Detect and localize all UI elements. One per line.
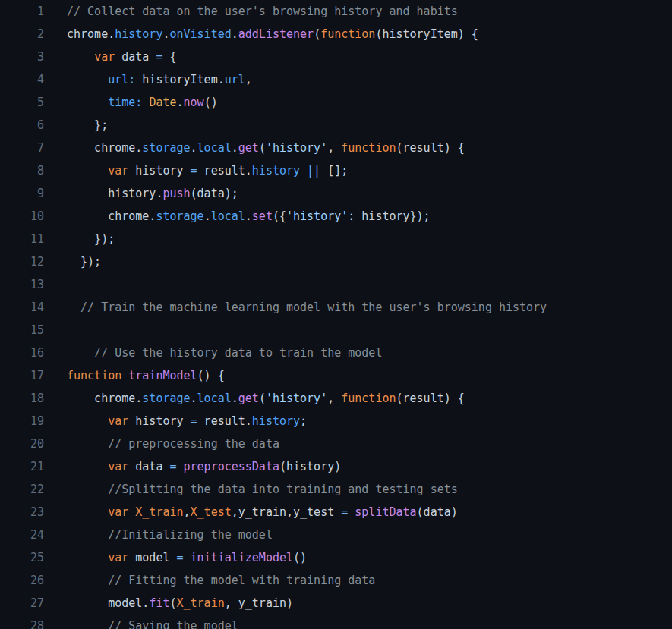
code-text[interactable]: var data = {	[44, 46, 672, 68]
code-text[interactable]: // Train the machine learning model with…	[44, 296, 672, 319]
code-text[interactable]: // Fitting the model with training data	[44, 569, 672, 592]
line-number: 7	[0, 137, 44, 159]
token-plain: (data)	[417, 505, 458, 519]
token-keyword: var	[94, 50, 115, 64]
token-plain	[67, 50, 94, 64]
code-line[interactable]: 21 var data = preprocessData(history)	[0, 455, 672, 478]
code-line[interactable]: 13	[0, 273, 672, 296]
code-line[interactable]: 24 //Initializing the model	[0, 524, 672, 546]
code-line[interactable]: 18 chrome.storage.local.get('history', f…	[0, 387, 672, 410]
code-editor[interactable]: 1// Collect data on the user's browsing …	[0, 0, 672, 629]
token-constant: X_train	[177, 596, 225, 610]
code-line[interactable]: 9 history.push(data);	[0, 182, 672, 205]
code-line[interactable]: 14 // Train the machine learning model w…	[0, 296, 672, 319]
token-plain: ({	[273, 209, 286, 223]
code-text[interactable]	[44, 273, 672, 296]
token-plain: result.	[197, 414, 252, 428]
token-func: fit	[149, 596, 169, 610]
code-text[interactable]: // preprocessing the data	[44, 432, 672, 455]
line-number: 12	[0, 250, 44, 273]
code-line[interactable]: 23 var X_train,X_test,y_train,y_test = s…	[0, 501, 672, 524]
code-line[interactable]: 25 var model = initializeModel()	[0, 546, 672, 569]
token-plain: .	[232, 392, 238, 405]
token-plain	[121, 369, 128, 382]
code-text[interactable]: chrome.storage.local.get('history', func…	[44, 137, 672, 159]
code-text[interactable]: time: Date.now()	[44, 91, 672, 114]
code-line[interactable]: 7 chrome.storage.local.get('history', fu…	[0, 137, 672, 159]
code-text[interactable]: chrome.storage.local.set({'history': his…	[44, 205, 672, 228]
code-line[interactable]: 5 time: Date.now()	[0, 91, 672, 114]
code-text[interactable]: var model = initializeModel()	[44, 546, 672, 569]
token-prop: local	[211, 209, 245, 223]
token-plain	[177, 460, 184, 473]
token-comment: // Collect data on the user's browsing h…	[67, 5, 458, 18]
code-text[interactable]: //Initializing the model	[44, 524, 672, 546]
token-plain: [];	[320, 164, 348, 178]
token-plain	[67, 164, 108, 178]
code-line[interactable]: 19 var history = result.history;	[0, 410, 672, 432]
token-comment: // preprocessing the data	[67, 437, 279, 451]
code-text[interactable]: var history = result.history || [];	[44, 159, 672, 182]
code-text[interactable]: // Collect data on the user's browsing h…	[44, 0, 672, 23]
code-line[interactable]: 10 chrome.storage.local.set({'history': …	[0, 205, 672, 228]
code-line[interactable]: 8 var history = result.history || [];	[0, 159, 672, 182]
token-plain	[128, 505, 135, 519]
code-text[interactable]: });	[44, 250, 672, 273]
token-comment: //Initializing the model	[67, 528, 273, 542]
code-text[interactable]: //Splitting the data into training and t…	[44, 478, 672, 501]
line-number: 18	[0, 387, 44, 410]
code-text[interactable]: var history = result.history;	[44, 410, 672, 432]
token-plain	[67, 460, 108, 473]
code-text[interactable]: var X_train,X_test,y_train,y_test = spli…	[44, 501, 672, 524]
code-line[interactable]: 20 // preprocessing the data	[0, 432, 672, 455]
line-number: 19	[0, 410, 44, 432]
code-text[interactable]: // Use the history data to train the mod…	[44, 341, 672, 364]
token-operator: =	[191, 414, 197, 428]
code-text[interactable]: chrome.storage.local.get('history', func…	[44, 387, 672, 410]
token-prop: storage	[142, 392, 190, 405]
token-plain: result.	[197, 164, 252, 178]
code-text[interactable]: });	[44, 228, 672, 250]
code-text[interactable]: var data = preprocessData(history)	[44, 455, 672, 478]
token-plain: .	[232, 141, 238, 155]
code-line[interactable]: 11 });	[0, 228, 672, 250]
code-line[interactable]: 2chrome.history.onVisited.addListener(fu…	[0, 23, 672, 46]
token-func: get	[238, 392, 259, 405]
code-line[interactable]: 26 // Fitting the model with training da…	[0, 569, 672, 592]
line-number: 23	[0, 501, 44, 524]
line-number: 5	[0, 91, 44, 114]
code-line[interactable]: 27 model.fit(X_train, y_train)	[0, 592, 672, 615]
code-line[interactable]: 12 });	[0, 250, 672, 273]
code-text[interactable]: url: historyItem.url,	[44, 68, 672, 91]
token-plain: .	[245, 209, 252, 223]
code-line[interactable]: 28 // Saving the model	[0, 615, 672, 629]
code-text[interactable]: model.fit(X_train, y_train)	[44, 592, 672, 615]
code-line[interactable]: 6 };	[0, 114, 672, 137]
token-prop: storage	[142, 141, 190, 155]
code-text[interactable]	[44, 319, 672, 341]
code-text[interactable]: function trainModel() {	[44, 364, 672, 387]
token-keyword: function	[341, 141, 396, 155]
token-prop: history	[115, 27, 162, 41]
token-plain: history	[128, 164, 190, 178]
token-plain: chrome.	[67, 27, 115, 41]
code-line[interactable]: 1// Collect data on the user's browsing …	[0, 0, 672, 23]
code-text[interactable]: };	[44, 114, 672, 137]
token-plain: .	[232, 27, 238, 41]
token-plain	[67, 73, 108, 86]
token-plain: (result) {	[396, 141, 465, 155]
token-plain: (history)	[279, 460, 341, 473]
code-line[interactable]: 17function trainModel() {	[0, 364, 672, 387]
code-line[interactable]: 16 // Use the history data to train the …	[0, 341, 672, 364]
code-line[interactable]: 22 //Splitting the data into training an…	[0, 478, 672, 501]
line-number: 10	[0, 205, 44, 228]
code-text[interactable]: chrome.history.onVisited.addListener(fun…	[44, 23, 672, 46]
token-prop: time:	[108, 96, 142, 109]
line-number: 6	[0, 114, 44, 137]
code-text[interactable]: history.push(data);	[44, 182, 672, 205]
code-line[interactable]: 4 url: historyItem.url,	[0, 68, 672, 91]
code-line[interactable]: 15	[0, 319, 672, 341]
code-text[interactable]: // Saving the model	[44, 615, 672, 629]
code-line[interactable]: 3 var data = {	[0, 46, 672, 68]
token-operator: =	[169, 460, 176, 473]
